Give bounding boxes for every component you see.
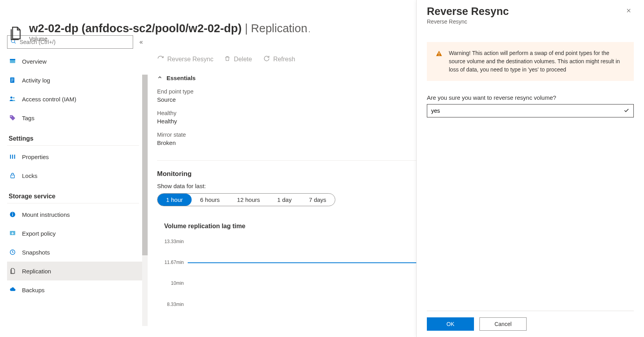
nav-overview[interactable]: Overview bbox=[7, 52, 145, 71]
svg-rect-6 bbox=[11, 81, 13, 81]
confirm-question: Are you sure you want to reverse resync … bbox=[427, 94, 634, 101]
panel-subtitle: Reverse Resync bbox=[427, 18, 509, 25]
y-tick: 10min bbox=[160, 280, 184, 286]
nav-mount-instructions[interactable]: Mount instructions bbox=[7, 205, 145, 224]
svg-rect-2 bbox=[10, 59, 15, 60]
toolbar-reverse-resync[interactable]: Reverse Resync bbox=[157, 55, 213, 64]
nav-label: Export policy bbox=[22, 230, 56, 237]
y-tick: 11.67min bbox=[160, 260, 184, 265]
svg-point-13 bbox=[12, 212, 13, 213]
svg-point-7 bbox=[10, 97, 12, 99]
svg-point-8 bbox=[13, 97, 15, 99]
reverse-resync-icon bbox=[157, 55, 164, 64]
snapshots-icon bbox=[9, 248, 16, 256]
range-12hours[interactable]: 12 hours bbox=[229, 194, 269, 206]
nav-label: Properties bbox=[22, 154, 49, 160]
nav-label: Tags bbox=[22, 115, 35, 121]
nav-label: Locks bbox=[22, 172, 37, 179]
nav-label: Overview bbox=[22, 58, 47, 65]
svg-rect-16 bbox=[439, 53, 439, 55]
range-6hours[interactable]: 6 hours bbox=[192, 194, 229, 206]
access-control-icon bbox=[9, 95, 16, 103]
time-range-selector: 1 hour 6 hours 12 hours 1 day 7 days bbox=[157, 193, 335, 206]
activity-log-icon bbox=[9, 76, 16, 84]
lock-icon bbox=[9, 172, 16, 179]
nav-label: Snapshots bbox=[22, 249, 50, 256]
overview-icon bbox=[9, 57, 16, 65]
svg-rect-10 bbox=[11, 175, 14, 178]
volume-icon bbox=[7, 25, 24, 43]
refresh-icon bbox=[263, 55, 270, 64]
panel-title: Reverse Resync bbox=[427, 5, 509, 18]
delete-icon bbox=[224, 55, 231, 64]
nav-group-settings: Settings bbox=[7, 127, 139, 146]
range-7days[interactable]: 7 days bbox=[300, 194, 335, 206]
nav-access-control[interactable]: Access control (IAM) bbox=[7, 90, 145, 108]
info-icon bbox=[9, 211, 16, 218]
checkmark-icon bbox=[623, 107, 629, 115]
y-tick: 8.33min bbox=[160, 302, 184, 307]
nav-label: Backups bbox=[22, 287, 45, 293]
svg-rect-5 bbox=[11, 80, 13, 80]
svg-point-9 bbox=[11, 116, 11, 117]
nav-tags[interactable]: Tags bbox=[7, 108, 145, 127]
nav-label: Access control (IAM) bbox=[22, 96, 76, 103]
nav-replication[interactable]: Replication bbox=[7, 262, 145, 280]
ok-button[interactable]: OK bbox=[427, 317, 474, 331]
nav-activity-log[interactable]: Activity log bbox=[7, 71, 145, 90]
warning-text: Warning! This action will perform a swap… bbox=[449, 49, 625, 74]
panel-close-button[interactable] bbox=[624, 5, 634, 17]
nav-label: Activity log bbox=[22, 77, 50, 84]
nav-backups[interactable]: Backups bbox=[7, 280, 145, 299]
range-1day[interactable]: 1 day bbox=[269, 194, 300, 206]
nav-list: Overview Activity log Access control (IA… bbox=[7, 52, 145, 337]
toolbar-label: Reverse Resync bbox=[167, 56, 213, 63]
panel-footer: OK Cancel bbox=[427, 311, 634, 331]
nav-label: Replication bbox=[22, 268, 51, 275]
nav-export-policy[interactable]: Export policy bbox=[7, 224, 145, 243]
toolbar-label: Refresh bbox=[273, 56, 295, 63]
confirm-input[interactable] bbox=[431, 108, 623, 114]
nav-group-storage: Storage service bbox=[7, 185, 139, 203]
nav-snapshots[interactable]: Snapshots bbox=[7, 243, 145, 262]
y-tick: 13.33min bbox=[160, 239, 184, 244]
chevron-up-icon bbox=[157, 75, 163, 81]
svg-rect-4 bbox=[11, 79, 13, 79]
tags-icon bbox=[9, 114, 16, 122]
svg-rect-12 bbox=[12, 214, 13, 216]
replication-icon bbox=[9, 267, 16, 275]
cancel-button[interactable]: Cancel bbox=[479, 317, 527, 331]
warning-icon bbox=[435, 50, 443, 74]
confirm-input-wrapper[interactable] bbox=[427, 104, 634, 117]
properties-icon bbox=[9, 153, 16, 161]
reverse-resync-panel: Reverse Resync Reverse Resync Warning! T… bbox=[416, 0, 644, 337]
toolbar-label: Delete bbox=[234, 56, 252, 63]
toolbar-refresh[interactable]: Refresh bbox=[263, 55, 295, 64]
nav-properties[interactable]: Properties bbox=[7, 147, 145, 166]
essentials-header: Essentials bbox=[166, 75, 196, 81]
warning-box: Warning! This action will perform a swap… bbox=[427, 42, 634, 81]
svg-point-17 bbox=[439, 55, 439, 56]
nav-locks[interactable]: Locks bbox=[7, 166, 145, 185]
export-policy-icon bbox=[9, 229, 16, 237]
range-1hour[interactable]: 1 hour bbox=[157, 194, 192, 206]
toolbar-delete[interactable]: Delete bbox=[224, 55, 252, 64]
backups-icon bbox=[9, 286, 16, 294]
nav-label: Mount instructions bbox=[22, 211, 70, 218]
